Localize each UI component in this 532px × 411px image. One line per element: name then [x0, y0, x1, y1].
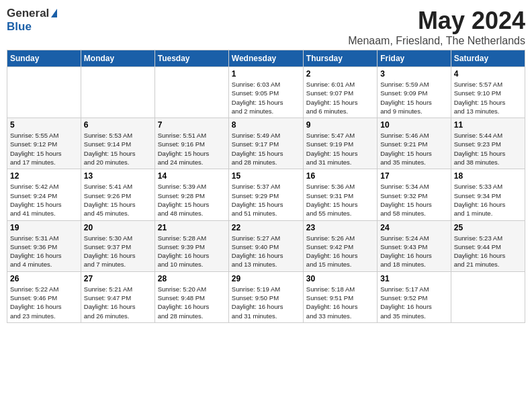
day-number: 24: [380, 223, 447, 232]
logo-blue: Blue: [7, 20, 32, 34]
calendar-week-4: 19Sunrise: 5:31 AMSunset: 9:36 PMDayligh…: [7, 220, 525, 271]
calendar-cell-w4-d6: 25Sunrise: 5:23 AMSunset: 9:44 PMDayligh…: [451, 220, 525, 271]
header-saturday: Saturday: [451, 50, 525, 67]
day-number: 28: [158, 274, 226, 283]
calendar-cell-w3-d1: 13Sunrise: 5:41 AMSunset: 9:26 PMDayligh…: [81, 169, 154, 220]
day-info: Sunrise: 5:53 AMSunset: 9:14 PMDaylight:…: [84, 131, 152, 167]
header-thursday: Thursday: [303, 50, 377, 67]
calendar-cell-w3-d3: 15Sunrise: 5:37 AMSunset: 9:29 PMDayligh…: [228, 169, 303, 220]
day-info: Sunrise: 5:20 AMSunset: 9:48 PMDaylight:…: [158, 285, 226, 320]
day-info: Sunrise: 5:21 AMSunset: 9:47 PMDaylight:…: [84, 285, 152, 320]
calendar-cell-w2-d1: 6Sunrise: 5:53 AMSunset: 9:14 PMDaylight…: [81, 118, 154, 169]
day-number: 13: [84, 171, 152, 181]
day-info: Sunrise: 5:46 AMSunset: 9:21 PMDaylight:…: [380, 131, 447, 167]
calendar-cell-w5-d2: 28Sunrise: 5:20 AMSunset: 9:48 PMDayligh…: [154, 271, 228, 322]
day-info: Sunrise: 6:01 AMSunset: 9:07 PMDaylight:…: [306, 80, 374, 116]
day-number: 2: [306, 69, 374, 79]
day-info: Sunrise: 5:37 AMSunset: 9:29 PMDaylight:…: [232, 182, 300, 218]
logo-general: General: [7, 7, 49, 20]
day-info: Sunrise: 5:22 AMSunset: 9:46 PMDaylight:…: [10, 285, 78, 320]
day-number: 27: [84, 274, 152, 283]
day-info: Sunrise: 5:44 AMSunset: 9:23 PMDaylight:…: [454, 131, 522, 167]
calendar-week-3: 12Sunrise: 5:42 AMSunset: 9:24 PMDayligh…: [7, 169, 525, 220]
calendar-cell-w1-d5: 3Sunrise: 5:59 AMSunset: 9:09 PMDaylight…: [378, 67, 451, 118]
calendar-cell-w1-d1: [81, 67, 154, 118]
day-number: 19: [10, 223, 78, 232]
calendar-week-5: 26Sunrise: 5:22 AMSunset: 9:46 PMDayligh…: [7, 271, 525, 322]
day-number: 22: [232, 223, 300, 232]
calendar-week-2: 5Sunrise: 5:55 AMSunset: 9:12 PMDaylight…: [7, 118, 525, 169]
calendar-cell-w1-d3: 1Sunrise: 6:03 AMSunset: 9:05 PMDaylight…: [228, 67, 303, 118]
day-number: 17: [380, 171, 447, 181]
day-number: 31: [380, 274, 447, 283]
calendar-cell-w3-d6: 18Sunrise: 5:33 AMSunset: 9:34 PMDayligh…: [451, 169, 525, 220]
calendar-cell-w3-d2: 14Sunrise: 5:39 AMSunset: 9:28 PMDayligh…: [154, 169, 228, 220]
calendar-cell-w4-d4: 23Sunrise: 5:26 AMSunset: 9:42 PMDayligh…: [303, 220, 377, 271]
day-info: Sunrise: 5:27 AMSunset: 9:40 PMDaylight:…: [232, 234, 300, 269]
calendar-cell-w4-d3: 22Sunrise: 5:27 AMSunset: 9:40 PMDayligh…: [228, 220, 303, 271]
calendar-cell-w2-d5: 10Sunrise: 5:46 AMSunset: 9:21 PMDayligh…: [378, 118, 451, 169]
logo-triangle-icon: [51, 9, 57, 17]
logo: General Blue: [7, 7, 57, 34]
header-monday: Monday: [81, 50, 154, 67]
header-wednesday: Wednesday: [228, 50, 303, 67]
day-number: 11: [454, 120, 522, 130]
day-number: 1: [232, 69, 300, 79]
day-number: 10: [380, 120, 447, 130]
day-number: 20: [84, 223, 152, 232]
calendar-cell-w5-d0: 26Sunrise: 5:22 AMSunset: 9:46 PMDayligh…: [7, 271, 81, 322]
calendar-cell-w3-d0: 12Sunrise: 5:42 AMSunset: 9:24 PMDayligh…: [7, 169, 81, 220]
month-title: May 2024: [348, 7, 525, 35]
calendar-cell-w2-d6: 11Sunrise: 5:44 AMSunset: 9:23 PMDayligh…: [451, 118, 525, 169]
day-info: Sunrise: 5:28 AMSunset: 9:39 PMDaylight:…: [158, 234, 226, 269]
day-number: 12: [10, 171, 78, 181]
day-number: 30: [306, 274, 374, 283]
calendar-cell-w1-d2: [154, 67, 228, 118]
day-info: Sunrise: 5:33 AMSunset: 9:34 PMDaylight:…: [454, 182, 522, 218]
calendar-cell-w5-d3: 29Sunrise: 5:19 AMSunset: 9:50 PMDayligh…: [228, 271, 303, 322]
calendar: Sunday Monday Tuesday Wednesday Thursday…: [7, 50, 525, 323]
header-tuesday: Tuesday: [154, 50, 228, 67]
title-area: May 2024 Menaam, Friesland, The Netherla…: [348, 7, 525, 47]
day-number: 3: [380, 69, 447, 79]
day-number: 14: [158, 171, 226, 181]
day-info: Sunrise: 5:31 AMSunset: 9:36 PMDaylight:…: [10, 234, 78, 269]
day-info: Sunrise: 5:30 AMSunset: 9:37 PMDaylight:…: [84, 234, 152, 269]
calendar-cell-w1-d6: 4Sunrise: 5:57 AMSunset: 9:10 PMDaylight…: [451, 67, 525, 118]
day-number: 16: [306, 171, 374, 181]
day-info: Sunrise: 5:42 AMSunset: 9:24 PMDaylight:…: [10, 182, 78, 218]
day-number: 4: [454, 69, 522, 79]
day-info: Sunrise: 5:36 AMSunset: 9:31 PMDaylight:…: [306, 182, 374, 218]
calendar-cell-w1-d4: 2Sunrise: 6:01 AMSunset: 9:07 PMDaylight…: [303, 67, 377, 118]
day-info: Sunrise: 5:55 AMSunset: 9:12 PMDaylight:…: [10, 131, 78, 167]
calendar-cell-w5-d1: 27Sunrise: 5:21 AMSunset: 9:47 PMDayligh…: [81, 271, 154, 322]
calendar-cell-w5-d6: [451, 271, 525, 322]
header-friday: Friday: [378, 50, 451, 67]
calendar-cell-w3-d5: 17Sunrise: 5:34 AMSunset: 9:32 PMDayligh…: [378, 169, 451, 220]
calendar-cell-w2-d3: 8Sunrise: 5:49 AMSunset: 9:17 PMDaylight…: [228, 118, 303, 169]
day-number: 8: [232, 120, 300, 130]
day-info: Sunrise: 5:19 AMSunset: 9:50 PMDaylight:…: [232, 285, 300, 320]
day-info: Sunrise: 6:03 AMSunset: 9:05 PMDaylight:…: [232, 80, 300, 116]
day-info: Sunrise: 5:47 AMSunset: 9:19 PMDaylight:…: [306, 131, 374, 167]
day-info: Sunrise: 5:57 AMSunset: 9:10 PMDaylight:…: [454, 80, 522, 116]
day-info: Sunrise: 5:23 AMSunset: 9:44 PMDaylight:…: [454, 234, 522, 269]
day-number: 18: [454, 171, 522, 181]
day-info: Sunrise: 5:39 AMSunset: 9:28 PMDaylight:…: [158, 182, 226, 218]
day-number: 23: [306, 223, 374, 232]
day-number: 26: [10, 274, 78, 283]
day-info: Sunrise: 5:34 AMSunset: 9:32 PMDaylight:…: [380, 182, 447, 218]
location-title: Menaam, Friesland, The Netherlands: [348, 35, 525, 47]
day-number: 25: [454, 223, 522, 232]
day-number: 5: [10, 120, 78, 130]
day-number: 6: [84, 120, 152, 130]
day-number: 21: [158, 223, 226, 232]
calendar-cell-w2-d4: 9Sunrise: 5:47 AMSunset: 9:19 PMDaylight…: [303, 118, 377, 169]
header: General Blue May 2024 Menaam, Friesland,…: [7, 7, 525, 47]
day-info: Sunrise: 5:49 AMSunset: 9:17 PMDaylight:…: [232, 131, 300, 167]
calendar-cell-w4-d1: 20Sunrise: 5:30 AMSunset: 9:37 PMDayligh…: [81, 220, 154, 271]
day-info: Sunrise: 5:59 AMSunset: 9:09 PMDaylight:…: [380, 80, 447, 116]
day-number: 15: [232, 171, 300, 181]
calendar-cell-w2-d0: 5Sunrise: 5:55 AMSunset: 9:12 PMDaylight…: [7, 118, 81, 169]
calendar-cell-w4-d0: 19Sunrise: 5:31 AMSunset: 9:36 PMDayligh…: [7, 220, 81, 271]
